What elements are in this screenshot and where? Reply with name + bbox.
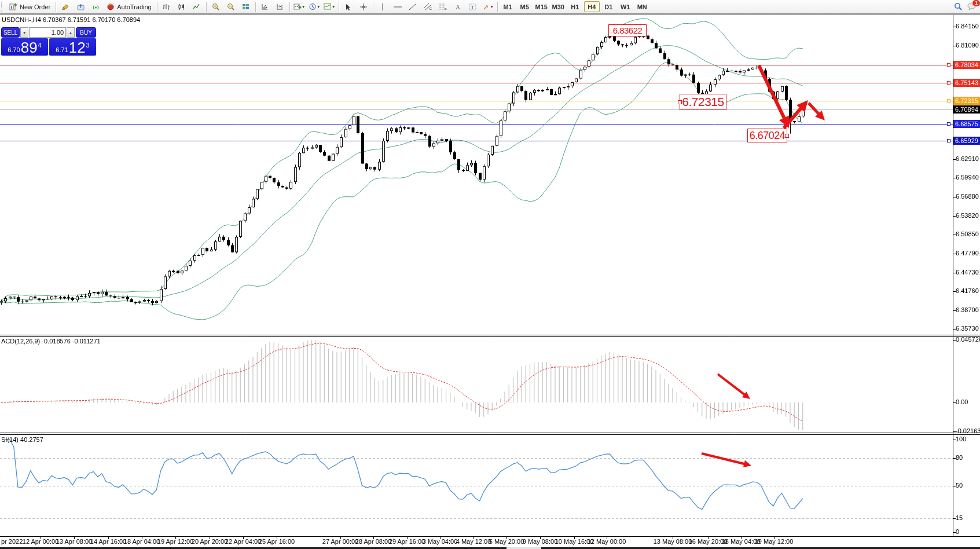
timeframe-button-h4[interactable]: H4 bbox=[584, 1, 600, 12]
auto-scroll-button[interactable] bbox=[258, 1, 273, 13]
chart-ohlc-title: USDCNH-,H4 6.70367 6.71591 6.70170 6.708… bbox=[2, 16, 140, 23]
price-level-badge: 6.68575 bbox=[953, 120, 980, 128]
bar-chart-button[interactable] bbox=[159, 1, 174, 13]
volume-down-button[interactable]: ▼ bbox=[20, 27, 28, 38]
price-level-badge: 6.75143 bbox=[953, 79, 980, 87]
price-annotation-label[interactable]: 6.72315 bbox=[680, 94, 726, 110]
rsi-axis-tick: 50 bbox=[956, 482, 963, 489]
arrows-tool-button[interactable]: ▾ bbox=[480, 1, 495, 13]
timeframe-button-m15[interactable]: M15 bbox=[534, 1, 549, 12]
price-axis-tick: 6.56880 bbox=[956, 193, 979, 200]
price-annotation-label[interactable]: 6.83622 bbox=[608, 24, 647, 36]
candlestick-chart-button[interactable] bbox=[174, 1, 189, 13]
time-axis-label: 25 Apr 16:00 bbox=[259, 538, 295, 545]
sell-price-base: 6.70 bbox=[8, 46, 20, 53]
notifications-button[interactable]: 1 bbox=[967, 2, 977, 11]
sell-price-display[interactable]: 6.70 89 4 bbox=[1, 38, 48, 56]
toolbar-separator bbox=[289, 2, 290, 12]
autotrading-label: AutoTrading bbox=[117, 3, 152, 10]
fibonacci-tool-button[interactable]: F bbox=[435, 1, 450, 13]
timeframe-button-mn[interactable]: MN bbox=[634, 1, 650, 12]
timeframe-button-w1[interactable]: W1 bbox=[618, 1, 633, 12]
crosshair-tool-button[interactable] bbox=[356, 1, 371, 13]
chart-window: USDCNH-,H4 6.70367 6.71591 6.70170 6.708… bbox=[0, 14, 980, 549]
rsi-axis-tick: 80 bbox=[956, 454, 963, 461]
time-axis-label: 28 Apr 08:00 bbox=[355, 538, 391, 545]
price-axis-tick: 6.62910 bbox=[956, 155, 979, 162]
price-axis-tick: 6.38700 bbox=[956, 306, 979, 313]
time-axis-label: 13 Apr 08:00 bbox=[56, 538, 92, 545]
zoom-in-button[interactable] bbox=[208, 1, 223, 13]
buy-button[interactable]: BUY bbox=[76, 27, 96, 38]
vertical-line-tool-button[interactable] bbox=[375, 1, 390, 13]
time-axis-label: 12 May 00:00 bbox=[588, 538, 626, 545]
indicators-button[interactable]: ▾ bbox=[292, 1, 307, 13]
time-axis-label: 27 Apr 00:00 bbox=[322, 538, 358, 545]
price-axis-tick: 6.50850 bbox=[956, 230, 979, 237]
annotation-handle[interactable] bbox=[678, 100, 682, 104]
timeframe-button-d1[interactable]: D1 bbox=[601, 1, 616, 12]
price-axis-tick: 6.84150 bbox=[956, 23, 979, 30]
sell-price-pips: 89 bbox=[21, 40, 38, 55]
price-chart-canvas[interactable] bbox=[0, 14, 980, 549]
new-order-button[interactable]: New Order bbox=[6, 1, 54, 13]
buy-price-fraction: 3 bbox=[86, 42, 90, 49]
mt4-terminal: New Order AutoTrading bbox=[0, 0, 980, 549]
timeframe-button-m30[interactable]: M30 bbox=[550, 1, 566, 12]
sell-button[interactable]: SELL bbox=[1, 27, 20, 38]
time-axis-label: 18 Apr 04:00 bbox=[124, 538, 160, 545]
periods-button[interactable]: ▾ bbox=[307, 1, 322, 13]
price-annotation-label[interactable]: 6.67024 bbox=[747, 129, 787, 142]
channel-tool-button[interactable]: E bbox=[420, 1, 435, 13]
toolbar-separator bbox=[56, 2, 56, 12]
macd-axis-tick: 0.045726 bbox=[956, 336, 980, 343]
zoom-out-button[interactable] bbox=[223, 1, 238, 13]
time-axis-label: 5 May 20:00 bbox=[489, 538, 524, 545]
styler-button[interactable] bbox=[58, 1, 73, 13]
rsi-indicator-label: SI(14) 40.2757 bbox=[1, 436, 43, 443]
annotation-handle[interactable] bbox=[785, 134, 789, 138]
arrows-caret: ▾ bbox=[491, 4, 493, 9]
toolbar-separator bbox=[157, 2, 157, 12]
price-axis-tick: 6.35730 bbox=[956, 325, 979, 332]
toolbar-separator bbox=[206, 2, 207, 12]
timeframe-button-m5[interactable]: M5 bbox=[517, 1, 533, 12]
trendline-tool-button[interactable] bbox=[405, 1, 420, 13]
chart-shift-button[interactable] bbox=[273, 1, 288, 13]
sell-price-fraction: 4 bbox=[38, 42, 42, 49]
autotrading-button[interactable]: AutoTrading bbox=[103, 1, 155, 13]
time-axis-label: 20 Apr 20:00 bbox=[192, 538, 227, 545]
templates-button[interactable]: ▾ bbox=[322, 1, 337, 13]
horizontal-line-tool-button[interactable] bbox=[390, 1, 405, 13]
time-axis-label: 9 May 08:00 bbox=[523, 538, 558, 545]
horizontal-scrollbar[interactable] bbox=[0, 545, 980, 549]
timeframe-toolbar: M1M5M15M30H1H4D1W1MN bbox=[500, 1, 651, 12]
rsi-axis-tick: 15 bbox=[956, 514, 963, 521]
line-chart-button[interactable] bbox=[189, 1, 204, 13]
volume-up-button[interactable]: ▲ bbox=[67, 27, 75, 38]
text-tool-button[interactable]: A bbox=[450, 1, 465, 13]
buy-price-pips: 12 bbox=[69, 40, 86, 55]
macd-indicator-label: ACD(12,26,9) -0.018576 -0.011271 bbox=[1, 338, 101, 345]
buy-price-base: 6.71 bbox=[56, 46, 68, 53]
toolbar-separator bbox=[373, 2, 373, 12]
timeframe-button-h1[interactable]: H1 bbox=[567, 1, 583, 12]
time-axis-label: pr 2022 bbox=[1, 538, 23, 545]
main-toolbar: New Order AutoTrading bbox=[0, 0, 980, 14]
cursor-tool-button[interactable] bbox=[341, 1, 356, 13]
search-icon[interactable] bbox=[954, 2, 963, 12]
time-axis-label: 14 Apr 16:00 bbox=[90, 538, 126, 545]
toolbar-separator bbox=[339, 2, 339, 12]
buy-price-display[interactable]: 6.71 12 3 bbox=[49, 38, 96, 56]
price-axis-tick: 6.41760 bbox=[956, 287, 979, 294]
autotrading-icon bbox=[107, 3, 115, 10]
publish-chart-button[interactable] bbox=[73, 1, 88, 13]
text-label-tool-button[interactable]: T bbox=[465, 1, 480, 13]
signals-button[interactable] bbox=[88, 1, 103, 13]
volume-input[interactable] bbox=[29, 27, 66, 38]
toolbar-separator bbox=[255, 2, 256, 12]
tile-windows-button[interactable] bbox=[238, 1, 254, 13]
timeframe-button-m1[interactable]: M1 bbox=[500, 1, 516, 12]
time-axis-label: 13 May 08:00 bbox=[654, 538, 692, 545]
time-axis-label: 29 Apr 16:00 bbox=[389, 538, 425, 545]
